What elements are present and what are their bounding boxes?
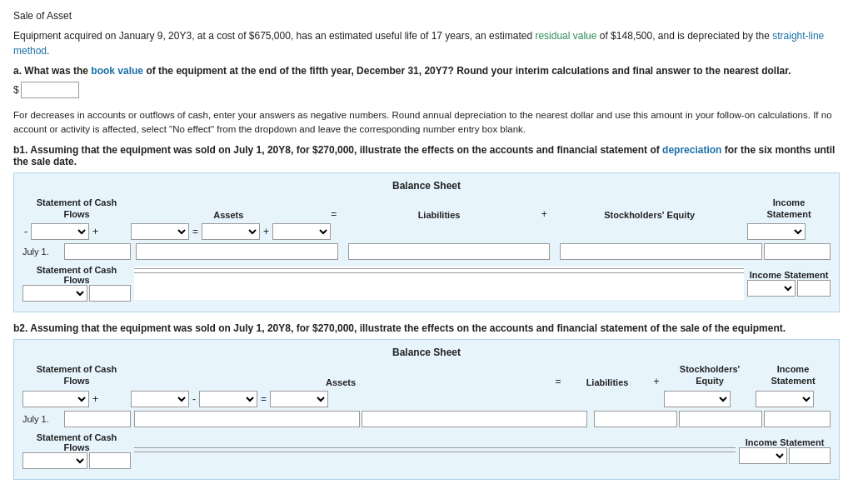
b2-se-header: Stockholders'Equity <box>664 363 756 387</box>
b2-july-scf-input[interactable] <box>64 411 131 427</box>
dollar-sign-a: $ <box>13 84 19 96</box>
book-value-input[interactable] <box>21 82 79 98</box>
b1-july-se-input[interactable] <box>560 243 762 260</box>
b1-minus-op: - <box>22 226 29 237</box>
b1-eq-sign: = <box>327 208 342 220</box>
b2-income-bottom-dropdown[interactable] <box>739 447 787 464</box>
b1-assets-dropdown[interactable] <box>131 223 189 240</box>
b2-income-dropdown-row <box>739 447 831 464</box>
b1-scf-sublabel: Statement of Cash Flows <box>22 265 131 285</box>
b2-july-label: July 1. <box>22 414 64 424</box>
b2-eq-sign: = <box>551 376 566 387</box>
b1-bs-title: Balance Sheet <box>22 180 831 192</box>
b2-scf-sublabel: Statement of Cash Flows <box>22 432 131 452</box>
b1-plus-op: + <box>91 226 100 237</box>
b2-scf-dropdown-row <box>22 452 131 469</box>
b1-assets-dropdown2[interactable] <box>202 223 260 240</box>
residual-value-highlight: residual value <box>535 30 596 42</box>
b2-income-sublabel: Income Statement <box>739 437 831 447</box>
b1-scf-bottom-dropdown[interactable] <box>22 285 87 302</box>
b2-scf-left: Statement of Cash Flows <box>22 432 131 469</box>
b2-middle-area <box>134 446 736 456</box>
b2-july-assets-input1[interactable] <box>134 411 360 427</box>
b1-assets-eq: = <box>191 226 200 237</box>
b1-label: b1. Assuming that the equipment was sold… <box>13 144 840 167</box>
b1-july-scf-input[interactable] <box>64 243 131 260</box>
book-value-row: $ <box>13 82 840 98</box>
b1-divider1 <box>134 268 744 269</box>
b1-scf-left: Statement of Cash Flows <box>22 265 131 302</box>
b1-scf-middle-area <box>134 267 744 300</box>
b2-scf-dropdown[interactable] <box>22 391 89 407</box>
b2-assets-header: Assets <box>131 377 551 387</box>
b1-scf-header: Statement of CashFlows <box>22 197 131 221</box>
intro-text: Equipment acquired on January 9, 20Y3, a… <box>13 28 840 58</box>
b2-income-right: Income Statement <box>739 437 831 464</box>
b2-scf-plus-op: + <box>91 393 100 405</box>
b1-july-assets-input[interactable] <box>136 243 338 260</box>
b2-balance-sheet: Balance Sheet Statement of CashFlows Ass… <box>13 339 840 480</box>
b2-bs-title: Balance Sheet <box>22 347 831 358</box>
b1-july-row: July 1. <box>22 243 831 260</box>
b1-income-right: Income Statement <box>747 270 831 297</box>
b1-liab-header: Liabilities <box>342 210 537 220</box>
b2-scf-bottom-dropdown[interactable] <box>22 452 87 469</box>
b1-scf-dropdown-row <box>22 285 131 302</box>
b2-july-se-input[interactable] <box>679 411 762 427</box>
b1-assets-dropdown3[interactable] <box>272 223 331 240</box>
b2-scf-controls: + <box>22 391 131 407</box>
b1-income-header: IncomeStatement <box>747 197 831 221</box>
straight-line-highlight: straight-line method <box>13 30 824 57</box>
b1-income-bottom-input[interactable] <box>797 280 831 297</box>
b1-scf-dropdown[interactable] <box>31 223 89 240</box>
b2-control-row: + - = <box>22 391 831 407</box>
b1-income-controls <box>747 223 831 240</box>
b2-assets-dropdown2[interactable] <box>199 391 257 407</box>
b1-header-row: Statement of CashFlows Assets = Liabilit… <box>22 197 831 221</box>
page-title: Sale of Asset <box>13 10 840 22</box>
b1-plus-sign: + <box>536 208 551 220</box>
book-value-highlight: book value <box>91 65 143 77</box>
depreciation-highlight: depreciation <box>662 144 721 156</box>
b2-july-liab-input[interactable] <box>594 411 677 427</box>
b1-july-income-input[interactable] <box>764 243 831 260</box>
b1-control-row: - + = + <box>22 223 831 240</box>
b2-scf-row: Statement of Cash Flows Income Statement <box>22 432 831 469</box>
b1-divider2 <box>134 272 744 273</box>
b2-income-controls <box>756 391 831 407</box>
b1-se-header: Stockholders' Equity <box>551 210 747 220</box>
b1-july-liab-input[interactable] <box>348 243 551 260</box>
b2-july-row: July 1. <box>22 411 831 427</box>
b2-assets-minus: - <box>191 393 197 405</box>
b2-assets-eq: = <box>259 393 268 405</box>
b1-income-dropdown[interactable] <box>747 223 806 240</box>
b2-divider1 <box>134 447 736 448</box>
b1-section: b1. Assuming that the equipment was sold… <box>13 144 840 313</box>
b1-scf-controls: - + <box>22 223 131 240</box>
b2-assets-dropdown1[interactable] <box>131 391 189 407</box>
b1-scf-row: Statement of Cash Flows Income Statement <box>22 265 831 302</box>
b1-assets-plus: + <box>262 226 271 237</box>
b2-plus-sign: + <box>649 376 664 387</box>
b1-income-dropdown-row <box>747 280 831 297</box>
b2-liab-header: Liabilities <box>566 377 649 387</box>
b2-divider2 <box>134 452 736 452</box>
b2-income-dropdown[interactable] <box>756 391 814 407</box>
b2-assets-dropdown3[interactable] <box>270 391 328 407</box>
b2-header-row: Statement of CashFlows Assets = Liabilit… <box>22 363 831 387</box>
b1-scf-bottom-input[interactable] <box>89 285 131 302</box>
b2-scf-header: Statement of CashFlows <box>22 363 131 387</box>
question-a-label: a. What was the book value of the equipm… <box>13 65 840 77</box>
b2-july-assets-input2[interactable] <box>362 411 587 427</box>
b2-label: b2. Assuming that the equipment was sold… <box>13 322 840 334</box>
b1-july-label: July 1. <box>22 247 64 257</box>
b2-scf-bottom-input[interactable] <box>89 452 131 469</box>
b2-se-dropdown[interactable] <box>664 391 731 407</box>
b1-assets-header: Assets <box>131 210 327 220</box>
b1-balance-sheet: Balance Sheet Statement of CashFlows Ass… <box>13 172 840 313</box>
b2-july-income-input[interactable] <box>764 411 831 427</box>
b1-assets-controls: = + <box>131 223 747 240</box>
b2-income-header: IncomeStatement <box>756 363 831 387</box>
b1-income-bottom-dropdown[interactable] <box>747 280 796 297</box>
b2-income-bottom-input[interactable] <box>789 447 831 464</box>
